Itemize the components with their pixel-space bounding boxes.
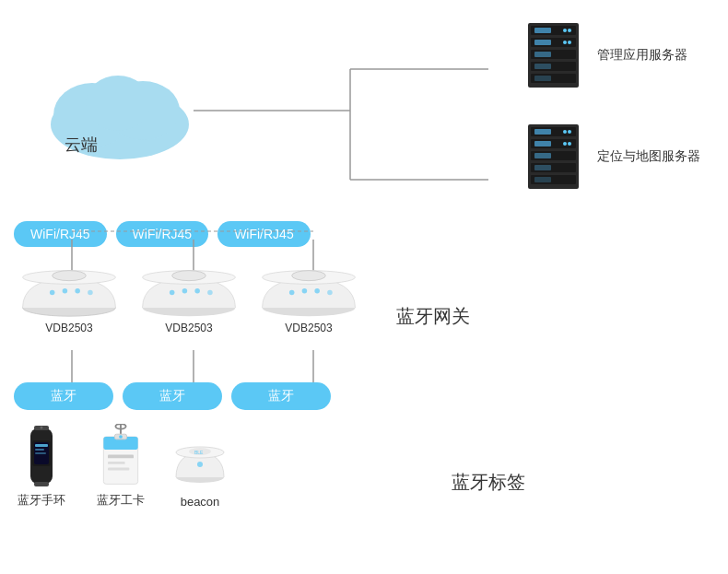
svg-point-36 <box>563 142 567 146</box>
gateway-label-1: VDB2503 <box>45 322 92 334</box>
bt-tag-beacon: BLE beacon <box>172 436 228 509</box>
svg-point-20 <box>568 29 571 32</box>
svg-rect-81 <box>108 462 125 464</box>
svg-rect-31 <box>534 153 551 158</box>
bt-badge-3: 蓝牙 <box>231 382 331 410</box>
svg-point-57 <box>182 288 188 294</box>
svg-rect-74 <box>34 482 49 486</box>
gateway-disk-1 <box>14 267 124 318</box>
svg-point-35 <box>568 130 571 134</box>
svg-point-22 <box>568 41 571 44</box>
svg-rect-33 <box>534 177 551 182</box>
svg-point-48 <box>53 271 87 281</box>
svg-point-52 <box>88 290 93 296</box>
svg-rect-82 <box>108 468 129 471</box>
bt-badge-2: 蓝牙 <box>123 382 222 410</box>
beacon-icon: BLE <box>172 436 228 491</box>
svg-text:BLE: BLE <box>194 450 204 455</box>
cloud-label: 云端 <box>65 134 98 156</box>
svg-point-65 <box>314 288 320 294</box>
servers-container: 管理应用服务器 定位与地图服务器 <box>523 18 700 193</box>
svg-point-59 <box>207 290 213 296</box>
bt-tag-label-card: 蓝牙工卡 <box>97 492 145 509</box>
bt-badge-1: 蓝牙 <box>14 382 113 410</box>
server-icon-management <box>523 18 588 92</box>
svg-rect-16 <box>534 52 551 57</box>
svg-rect-80 <box>108 455 134 459</box>
svg-point-34 <box>563 130 567 134</box>
wifi-bar: WiFi/RJ45 WiFi/RJ45 WiFi/RJ45 <box>14 221 311 247</box>
svg-point-58 <box>194 288 200 294</box>
bt-tags-row: 蓝牙手环 蓝牙工卡 BLE <box>14 424 228 509</box>
bt-tag-wristband: 蓝牙手环 <box>14 424 69 509</box>
cloud-icon <box>37 55 203 166</box>
gateway-disk-3 <box>253 267 364 318</box>
svg-point-62 <box>292 271 326 281</box>
svg-point-66 <box>327 290 333 296</box>
svg-rect-30 <box>534 141 551 146</box>
svg-point-19 <box>563 29 567 32</box>
gateway-item-3: VDB2503 <box>253 267 364 334</box>
bt-tag-label-beacon: beacon <box>181 495 220 509</box>
bluetooth-bar: 蓝牙 蓝牙 蓝牙 <box>14 382 331 410</box>
svg-point-55 <box>172 271 206 281</box>
server-item-management: 管理应用服务器 <box>523 18 700 92</box>
bluetooth-gateway-label: 蓝牙网关 <box>396 304 470 329</box>
svg-point-51 <box>75 288 80 294</box>
svg-rect-29 <box>534 129 551 135</box>
svg-rect-14 <box>534 28 551 33</box>
svg-rect-32 <box>534 165 551 170</box>
gateway-label-2: VDB2503 <box>165 322 212 334</box>
svg-rect-71 <box>35 449 44 451</box>
svg-rect-15 <box>534 40 551 45</box>
svg-point-50 <box>63 288 68 294</box>
svg-point-21 <box>563 41 567 44</box>
server-item-location: 定位与地图服务器 <box>523 120 700 193</box>
cloud-container: 云端 <box>37 55 203 170</box>
wifi-badge-1: WiFi/RJ45 <box>14 221 107 247</box>
svg-point-3 <box>86 76 150 131</box>
bt-tag-label-wristband: 蓝牙手环 <box>18 492 65 509</box>
svg-point-63 <box>289 290 295 296</box>
gateway-disk-2 <box>134 267 244 318</box>
svg-point-75 <box>41 427 43 429</box>
gateway-item-2: VDB2503 <box>134 267 244 334</box>
svg-point-49 <box>50 290 55 296</box>
bt-tag-card: 蓝牙工卡 <box>97 424 145 509</box>
server-icon-location <box>523 120 588 193</box>
gateway-label-3: VDB2503 <box>285 322 332 334</box>
svg-rect-70 <box>35 444 48 447</box>
svg-point-56 <box>170 290 175 296</box>
card-icon <box>98 424 144 488</box>
svg-point-64 <box>302 288 308 294</box>
server-label-management: 管理应用服务器 <box>597 47 687 64</box>
svg-rect-72 <box>35 452 46 454</box>
svg-point-37 <box>568 142 571 146</box>
wifi-badge-2: WiFi/RJ45 <box>116 221 209 247</box>
wifi-badge-3: WiFi/RJ45 <box>217 221 311 247</box>
wristband-icon <box>14 424 69 488</box>
svg-point-84 <box>119 435 123 439</box>
gateways-row: VDB2503 VDB2503 VDB2503 <box>14 267 364 334</box>
svg-point-89 <box>197 462 203 467</box>
svg-rect-17 <box>534 64 551 69</box>
server-label-location: 定位与地图服务器 <box>597 148 700 165</box>
bluetooth-tag-label: 蓝牙标签 <box>452 470 525 495</box>
gateway-item-1: VDB2503 <box>14 267 124 334</box>
svg-rect-18 <box>534 76 551 81</box>
